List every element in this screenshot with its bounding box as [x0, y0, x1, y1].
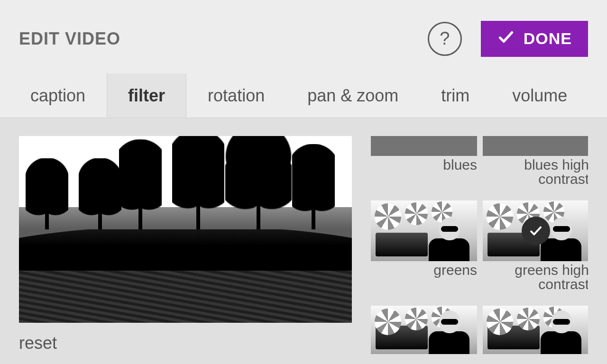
filter-thumbnail [483, 200, 588, 261]
done-button[interactable]: DONE [481, 21, 588, 57]
tab-caption[interactable]: caption [9, 73, 107, 118]
help-icon: ? [440, 28, 450, 49]
header-actions: ? DONE [428, 21, 588, 57]
header: EDIT VIDEO ? DONE [0, 0, 607, 73]
preview-column: reset [19, 136, 352, 364]
page-title: EDIT VIDEO [19, 29, 120, 49]
filter-label: greens [371, 263, 477, 277]
filter-blues-high-contrast[interactable]: blues high contrast [483, 136, 588, 186]
tab-volume[interactable]: volume [491, 73, 589, 118]
filter-label: greens high contrast [483, 263, 588, 291]
filter-label: blues high contrast [483, 158, 588, 186]
check-icon [497, 28, 515, 50]
video-preview[interactable] [19, 136, 352, 323]
selected-check-icon [522, 217, 550, 245]
reset-button[interactable]: reset [19, 333, 352, 353]
filter-thumbnail [483, 136, 588, 156]
content: reset bluesblues high contrastgreensgree… [0, 118, 607, 364]
editor-tabs: captionfilterrotationpan & zoomtrimvolum… [0, 73, 607, 118]
filter-label: blues [371, 158, 477, 172]
tab-panzoom[interactable]: pan & zoom [286, 73, 420, 118]
filter-greens[interactable]: greens [371, 200, 477, 291]
filter-grid: bluesblues high contrastgreensgreens hig… [371, 136, 588, 364]
filter-thumbnail [371, 306, 477, 354]
filter-thumbnail [371, 136, 477, 156]
tab-rotation[interactable]: rotation [186, 73, 286, 118]
help-button[interactable]: ? [428, 22, 462, 56]
filter-blues[interactable]: blues [371, 136, 477, 186]
filter-next-2[interactable] [483, 306, 588, 354]
filter-thumbnail [371, 200, 477, 261]
filter-greens-high-contrast[interactable]: greens high contrast [483, 200, 588, 291]
tab-trim[interactable]: trim [420, 73, 491, 118]
done-label: DONE [524, 29, 572, 48]
tab-filter[interactable]: filter [107, 73, 186, 118]
filter-thumbnail [483, 306, 588, 354]
filter-next-1[interactable] [371, 306, 477, 354]
